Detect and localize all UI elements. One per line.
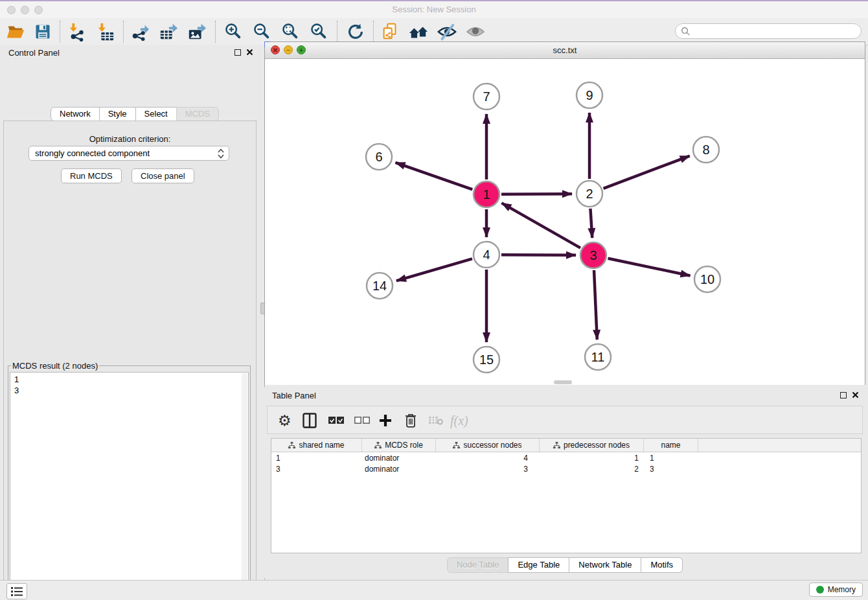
graph-edge-1-6[interactable] — [395, 163, 472, 190]
control-panel-tabs: Network Style Select MCDS — [51, 107, 219, 121]
tab-mcds[interactable]: MCDS — [176, 107, 219, 121]
hide-selected-icon[interactable] — [437, 21, 457, 42]
graph-node-label-6: 6 — [375, 150, 382, 164]
criterion-value: strongly connected component — [35, 148, 150, 158]
delete-table-icon[interactable] — [428, 411, 444, 430]
network-maximize-button[interactable]: + — [297, 45, 306, 54]
graph-edge-2-8[interactable] — [604, 156, 690, 189]
graph-edge-3-10[interactable] — [608, 259, 691, 276]
search-icon — [681, 27, 691, 36]
float-panel-icon[interactable] — [234, 49, 241, 56]
tab-edge-table[interactable]: Edge Table — [508, 557, 569, 573]
chevron-updown-icon — [217, 148, 225, 161]
tab-network[interactable]: Network — [51, 107, 100, 121]
save-session-icon[interactable] — [32, 21, 53, 42]
run-mcds-button[interactable]: Run MCDS — [61, 168, 122, 183]
result-scrollbar[interactable] — [242, 373, 247, 597]
graph-edge-1-2[interactable] — [501, 194, 572, 194]
select-all-icon[interactable] — [328, 411, 344, 430]
search-box[interactable] — [675, 23, 862, 39]
zoom-selected-icon[interactable] — [308, 21, 329, 42]
column-header-mcds-role[interactable]: MCDS role — [362, 439, 436, 452]
column-header-successor-nodes[interactable]: successor nodes — [436, 439, 540, 452]
first-neighbors-icon[interactable] — [408, 21, 429, 42]
status-bar: Memory — [0, 580, 868, 600]
graph-node-label-7: 7 — [483, 89, 490, 104]
add-column-icon[interactable] — [379, 411, 392, 430]
graph-edge-3-1[interactable] — [501, 203, 580, 248]
export-table-icon[interactable] — [158, 21, 179, 42]
graph-node-label-9: 9 — [586, 88, 593, 102]
control-panel: Control Panel Network Style Select MCDS … — [0, 45, 260, 580]
column-header-name[interactable]: name — [644, 439, 698, 452]
column-layout-icon[interactable] — [303, 411, 317, 430]
mcds-result-box: MCDS result (2 nodes) 1 3 — [8, 361, 251, 600]
network-graph[interactable]: 7968124314101511 — [265, 59, 865, 385]
float-table-panel-icon[interactable] — [840, 392, 847, 398]
close-table-panel-icon[interactable] — [852, 391, 859, 398]
network-titlebar[interactable]: ✕ − + scc.txt — [265, 42, 865, 59]
toolbar-separator — [60, 21, 60, 43]
column-header-shared-name[interactable]: shared name — [271, 439, 362, 452]
search-input[interactable] — [694, 25, 861, 38]
table-tabs: Node Table Edge Table Network Table Moti… — [264, 557, 865, 573]
mcds-result-text[interactable]: 1 3 — [10, 372, 249, 599]
toolbar-separator — [215, 21, 216, 43]
delete-column-icon[interactable] — [405, 411, 417, 430]
network-close-button[interactable]: ✕ — [271, 45, 280, 54]
graph-edge-3-11[interactable] — [594, 270, 597, 340]
mcds-tab-content: Optimization criterion: strongly connect… — [3, 121, 257, 600]
graph-node-label-8: 8 — [702, 143, 709, 157]
close-panel-icon[interactable] — [246, 49, 253, 56]
deselect-all-icon[interactable] — [354, 411, 370, 430]
criterion-dropdown[interactable]: strongly connected component — [29, 146, 229, 161]
show-all-icon[interactable] — [465, 21, 486, 42]
network-canvas[interactable]: 7968124314101511 — [265, 59, 865, 385]
tab-style[interactable]: Style — [99, 107, 136, 121]
zoom-window-button[interactable] — [34, 6, 43, 14]
import-network-icon[interactable] — [66, 21, 87, 42]
tab-node-table[interactable]: Node Table — [447, 557, 509, 573]
memory-button[interactable]: Memory — [809, 583, 863, 597]
zoom-in-icon[interactable] — [223, 21, 244, 42]
toolbar-separator — [373, 21, 374, 43]
graph-edge-2-3[interactable] — [590, 209, 592, 238]
table-row[interactable]: 1 dominator 4 1 1 — [271, 452, 861, 463]
zoom-out-icon[interactable] — [251, 21, 272, 42]
close-panel-button[interactable]: Close panel — [131, 168, 194, 183]
result-line: 3 — [14, 385, 248, 396]
tab-motifs[interactable]: Motifs — [641, 557, 683, 573]
task-history-button[interactable] — [6, 583, 27, 599]
graph-edge-4-14[interactable] — [396, 259, 472, 281]
export-image-icon[interactable] — [187, 21, 207, 42]
optimization-criterion-label: Optimization criterion: — [4, 134, 256, 144]
result-line: 1 — [14, 374, 248, 385]
close-window-button[interactable] — [7, 6, 16, 14]
list-icon — [11, 587, 23, 596]
application-window: Session: New Session — [0, 1, 868, 600]
node-table[interactable]: shared name MCDS role successor nodes pr… — [271, 438, 862, 553]
graph-node-label-15: 15 — [479, 352, 494, 367]
canvas-hscrollbar[interactable] — [554, 380, 572, 384]
toolbar-separator — [123, 21, 124, 43]
tab-network-table[interactable]: Network Table — [569, 557, 641, 573]
refresh-icon[interactable] — [345, 21, 365, 42]
minimize-window-button[interactable] — [21, 6, 29, 14]
graph-edge-4-3[interactable] — [501, 255, 576, 255]
app-titlebar: Session: New Session — [0, 1, 868, 19]
network-minimize-button[interactable]: − — [284, 45, 293, 54]
gear-icon[interactable]: ⚙ — [278, 411, 291, 430]
function-builder-icon[interactable]: f(x) — [450, 411, 468, 430]
table-row[interactable]: 3 dominator 3 2 3 — [271, 463, 861, 474]
graph-node-label-1: 1 — [483, 187, 490, 202]
graph-node-label-3: 3 — [589, 248, 597, 262]
open-file-icon[interactable] — [5, 21, 26, 42]
tab-select[interactable]: Select — [135, 107, 177, 121]
import-table-icon[interactable] — [95, 21, 115, 42]
graph-node-label-14: 14 — [372, 279, 387, 293]
export-network-icon[interactable] — [130, 21, 150, 42]
zoom-fit-icon[interactable] — [280, 21, 301, 42]
hierarchy-icon — [288, 442, 295, 449]
column-header-predecessor-nodes[interactable]: predecessor nodes — [540, 439, 644, 452]
duplicate-network-icon[interactable] — [380, 21, 400, 42]
